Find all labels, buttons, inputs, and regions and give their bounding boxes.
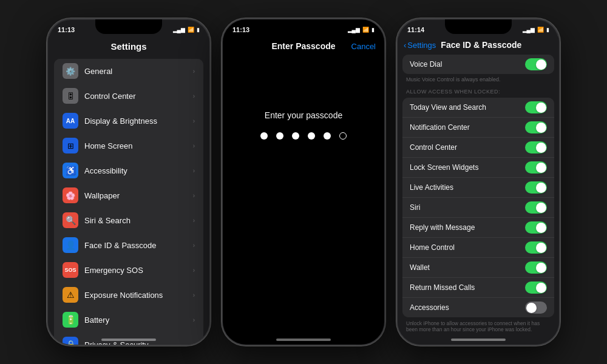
voice-dial-toggle[interactable] (525, 58, 547, 70)
live-activities-toggle[interactable] (525, 181, 547, 194)
toggle-label: Accessories (410, 303, 525, 312)
vol-up-button-3[interactable] (396, 68, 398, 92)
passcode-dot-2 (276, 132, 283, 140)
voice-dial-note: Music Voice Control is always enabled. (398, 75, 559, 85)
passcode-dot-5 (324, 132, 331, 140)
status-time-3: 11:14 (407, 26, 424, 33)
notch-1 (95, 19, 162, 34)
home-screen-icon: ⊞ (63, 138, 78, 153)
toggle-row-lock-screen-widgets[interactable]: Lock Screen Widgets (402, 158, 554, 178)
chevron-icon: › (193, 68, 195, 75)
settings-label: Siri & Search (84, 216, 193, 225)
home-control-toggle[interactable] (525, 241, 547, 254)
passcode-dot-6 (339, 132, 347, 140)
list-item[interactable]: ⊞ Home Screen › (54, 133, 203, 158)
chevron-icon: › (193, 167, 195, 174)
power-button-1[interactable] (209, 80, 211, 116)
back-label: Settings (407, 41, 436, 50)
passcode-title: Enter Passcode (271, 41, 335, 51)
status-time-1: 11:13 (58, 26, 75, 33)
list-item[interactable]: ⚠ Exposure Notifications › (54, 283, 203, 308)
list-item[interactable]: SOS Emergency SOS › (54, 258, 203, 283)
settings-label: Home Screen (84, 141, 193, 150)
accessories-toggle[interactable] (525, 302, 547, 314)
toggle-row-return-missed-calls[interactable]: Return Missed Calls (402, 278, 554, 298)
toggle-row-live-activities[interactable]: Live Activities (402, 178, 554, 198)
settings-label: Control Center (84, 92, 193, 101)
home-indicator-1 (101, 339, 156, 341)
power-button-3[interactable] (559, 80, 560, 116)
toggle-knob (536, 283, 546, 293)
toggle-label: Live Activities (410, 183, 525, 192)
vol-up-button-1[interactable] (47, 68, 48, 92)
battery-icon-1: ▮ (197, 27, 200, 33)
display-icon: AA (63, 113, 78, 129)
signal-icon-3: ▂▄▆ (523, 27, 535, 33)
settings-title: Settings (48, 36, 209, 55)
general-icon: ⚙️ (63, 63, 78, 79)
status-icons-2: ▂▄▆ 📶 ▮ (348, 27, 375, 33)
toggle-knob (536, 223, 546, 233)
toggle-row-wallet[interactable]: Wallet (402, 258, 554, 278)
lock-screen-widgets-toggle[interactable] (525, 161, 547, 174)
power-button-2[interactable] (384, 80, 385, 116)
control-center-toggle[interactable] (525, 141, 547, 153)
battery-icon-3: ▮ (546, 27, 549, 33)
vol-up-button-2[interactable] (222, 68, 223, 92)
list-item[interactable]: ♿ Accessibility › (54, 158, 203, 183)
toggle-label: Today View and Search (410, 103, 525, 112)
toggle-row-accessories[interactable]: Accessories (402, 298, 554, 317)
vol-down-button-3[interactable] (396, 98, 398, 123)
list-item[interactable]: ⚙️ General › (54, 59, 203, 84)
list-item[interactable]: 🌸 Wallpaper › (54, 183, 203, 208)
toggle-row-notification-center[interactable]: Notification Center (402, 118, 554, 138)
faceid-header: ‹ Settings Face ID & Passcode (398, 36, 559, 53)
settings-label: General (84, 67, 193, 76)
siri-icon: 🔍 (63, 212, 78, 228)
today-view-toggle[interactable] (525, 101, 547, 113)
control-center-icon: 🎛 (63, 88, 78, 104)
phone-2: 11:13 ▂▄▆ 📶 ▮ Enter Passcode Cancel Ente… (222, 18, 385, 346)
notch-3 (445, 19, 512, 34)
toggle-row-siri[interactable]: Siri (402, 198, 554, 218)
wifi-icon-3: 📶 (537, 27, 544, 33)
chevron-icon: › (193, 217, 195, 224)
vol-down-button-1[interactable] (47, 98, 48, 123)
exposure-icon: ⚠ (63, 287, 78, 303)
siri-toggle[interactable] (525, 201, 547, 214)
faceid-icon: 👤 (63, 237, 78, 253)
toggle-label: Home Control (410, 243, 525, 252)
home-indicator-2 (276, 339, 331, 341)
toggle-knob (536, 163, 546, 173)
list-item[interactable]: AA Display & Brightness › (54, 109, 203, 133)
passcode-dot-1 (260, 132, 268, 140)
phone-3: 11:14 ▂▄▆ 📶 ▮ ‹ Settings Face ID & Passc… (396, 18, 560, 346)
list-item[interactable]: 🎛 Control Center › (54, 84, 203, 109)
vol-down-button-2[interactable] (222, 98, 223, 123)
phone-1: 11:13 ▂▄▆ 📶 ▮ Settings ⚙️ General › 🎛 Co… (47, 18, 211, 346)
list-item[interactable]: 🔍 Siri & Search › (54, 208, 203, 233)
back-button[interactable]: ‹ Settings (404, 41, 436, 50)
settings-label: Face ID & Passcode (84, 241, 193, 250)
status-icons-1: ▂▄▆ 📶 ▮ (173, 27, 200, 33)
list-item[interactable]: 👤 Face ID & Passcode › (54, 233, 203, 258)
notification-center-toggle[interactable] (525, 121, 547, 133)
list-item[interactable]: 🔋 Battery › (54, 308, 203, 332)
toggle-row-today-view[interactable]: Today View and Search (402, 98, 554, 118)
toggle-knob (536, 123, 546, 133)
chevron-icon: › (193, 143, 195, 149)
locked-access-group: Today View and Search Notification Cente… (402, 98, 554, 317)
return-missed-calls-toggle[interactable] (525, 281, 547, 294)
toggle-row-voice-dial[interactable]: Voice Dial (402, 55, 554, 74)
passcode-cancel-button[interactable]: Cancel (351, 42, 376, 51)
section-label: ALLOW ACCESS WHEN LOCKED: (398, 85, 559, 96)
passcode-prompt: Enter your passcode (265, 110, 342, 120)
toggle-label: Control Center (410, 143, 525, 152)
reply-message-toggle[interactable] (525, 221, 547, 234)
toggle-row-reply-message[interactable]: Reply with Message (402, 218, 554, 238)
toggle-row-home-control[interactable]: Home Control (402, 238, 554, 258)
toggle-knob (536, 103, 546, 113)
accessibility-icon: ♿ (63, 163, 78, 178)
wallet-toggle[interactable] (525, 261, 547, 274)
toggle-row-control-center[interactable]: Control Center (402, 138, 554, 158)
